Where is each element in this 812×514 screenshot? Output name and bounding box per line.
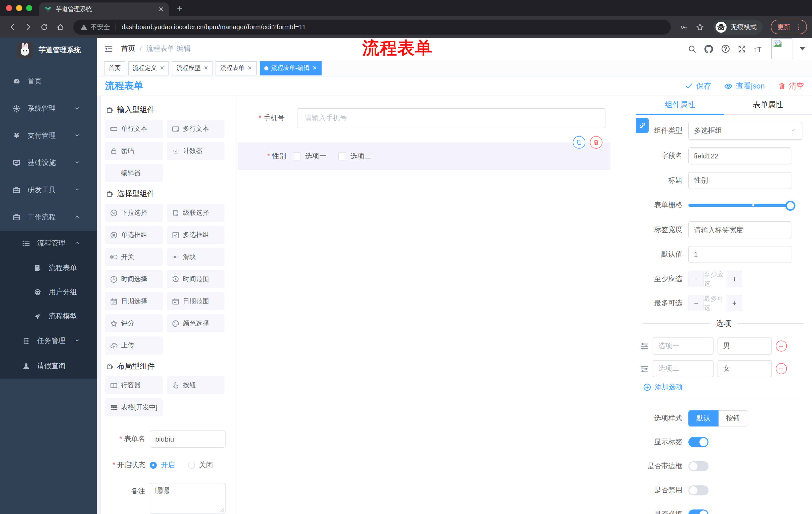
slider-handle[interactable] [785, 201, 795, 211]
minimize-window-button[interactable] [16, 5, 22, 11]
sidebar-item-2[interactable]: 系统管理 [0, 95, 97, 122]
palette-item-行容器[interactable]: 行容器 [105, 376, 163, 394]
font-size-icon[interactable]: TT [754, 45, 764, 53]
palette-item-评分[interactable]: 评分 [105, 314, 163, 332]
sidebar-item-11[interactable]: 任务管理 [0, 328, 97, 354]
sidebar-item-4[interactable]: 基础设施 [0, 150, 97, 177]
password-key-icon[interactable] [680, 23, 688, 31]
help-icon[interactable] [721, 44, 730, 53]
field-name-input[interactable] [688, 147, 791, 164]
max-checked-input[interactable]: 最多可选 [703, 295, 727, 311]
remove-option-button[interactable] [776, 341, 787, 352]
palette-item-下拉选择[interactable]: 下拉选择 [105, 204, 163, 222]
tag-首页[interactable]: 首页 [104, 61, 125, 75]
palette-item-日期范围[interactable]: 日期范围 [167, 292, 225, 310]
drag-handle-icon[interactable] [640, 342, 649, 350]
browser-tab[interactable]: 芋道管理系统 ✕ [39, 2, 169, 16]
tab-form-props[interactable]: 表单属性 [724, 96, 812, 115]
palette-item-开关[interactable]: 开关 [105, 248, 163, 266]
title-input[interactable] [688, 172, 791, 189]
tag-流程表单[interactable]: 流程表单✕ [216, 61, 257, 75]
update-button[interactable]: 更新 [771, 20, 807, 34]
search-icon[interactable] [688, 45, 696, 53]
palette-item-级联选择[interactable]: 级联选择 [167, 204, 225, 222]
window-controls[interactable] [0, 0, 39, 16]
palette-item-时间范围[interactable]: 时间范围 [167, 270, 225, 288]
tag-close-icon[interactable]: ✕ [203, 65, 208, 72]
hamburger-icon[interactable] [104, 44, 113, 53]
status-off-label[interactable]: 关闭 [199, 461, 213, 470]
new-tab-button[interactable]: + [177, 3, 182, 16]
palette-item-计数器[interactable]: 123计数器 [167, 142, 225, 160]
option-value-input[interactable] [718, 360, 772, 377]
drag-handle-icon[interactable] [640, 365, 649, 373]
tab-close-icon[interactable]: ✕ [158, 5, 164, 13]
sidebar-item-6[interactable]: 工作流程 [0, 204, 97, 231]
forward-icon[interactable] [21, 20, 35, 34]
avatar[interactable] [771, 38, 792, 59]
phone-field-row[interactable]: 手机号 请输入手机号 [237, 108, 636, 128]
option-label-input[interactable] [653, 360, 714, 377]
plus-button[interactable]: + [727, 295, 742, 311]
view-json-button[interactable]: 查看json [724, 81, 765, 91]
selected-gender-component[interactable]: 性别 选项一选项二 [238, 142, 610, 170]
remove-option-button[interactable] [776, 363, 787, 374]
tag-流程模型[interactable]: 流程模型✕ [172, 61, 212, 75]
palette-item-滑块[interactable]: 滑块 [167, 248, 225, 266]
palette-item-时间选择[interactable]: 时间选择 [105, 270, 163, 288]
reload-icon[interactable] [37, 20, 51, 34]
default-value-input[interactable] [688, 246, 791, 263]
min-checked-input[interactable]: 至少应选 [703, 271, 727, 287]
palette-item-密码[interactable]: 密码 [105, 142, 163, 160]
tab-component-props[interactable]: 组件属性 [636, 96, 724, 115]
palette-scrollbar[interactable] [97, 96, 101, 514]
delete-component-button[interactable] [590, 136, 603, 148]
checkbox[interactable] [293, 152, 301, 160]
tag-close-icon[interactable]: ✕ [248, 65, 252, 72]
avatar-caret-icon[interactable] [800, 47, 805, 51]
grid-slider[interactable] [688, 197, 791, 214]
status-on-label[interactable]: 开启 [161, 461, 175, 470]
plus-button[interactable]: + [727, 271, 742, 287]
palette-item-按钮[interactable]: 按钮 [167, 376, 225, 394]
sidebar-item-9[interactable]: 用户分组 [0, 280, 97, 304]
palette-item-表格[开发中][interactable]: 表格[开发中] [105, 398, 163, 416]
sidebar-item-5[interactable]: 研发工具 [0, 177, 97, 204]
save-button[interactable]: 保存 [685, 81, 711, 91]
maximize-window-button[interactable] [26, 5, 32, 11]
data-bind-link-button[interactable] [636, 118, 649, 133]
palette-item-单选框组[interactable]: 单选框组 [105, 226, 163, 244]
breadcrumb-home[interactable]: 首页 [121, 44, 135, 53]
bookmark-star-icon[interactable] [696, 23, 704, 31]
tag-流程表单-编辑[interactable]: 流程表单-编辑✕ [260, 61, 321, 75]
copy-component-button[interactable] [573, 136, 585, 148]
url-bar[interactable]: 不安全 dashboard.yudao.iocoder.cn/bpm/manag… [74, 19, 671, 34]
home-icon[interactable] [53, 20, 67, 34]
toggle-是否必填[interactable] [688, 510, 708, 514]
toggle-是否禁用[interactable] [688, 485, 708, 495]
close-window-button[interactable] [6, 5, 12, 11]
minus-button[interactable]: − [689, 271, 703, 287]
back-icon[interactable] [5, 20, 19, 34]
toggle-是否带边框[interactable] [688, 461, 708, 471]
palette-item-颜色选择[interactable]: 颜色选择 [167, 314, 225, 332]
fullscreen-icon[interactable] [737, 45, 746, 53]
toggle-显示标签[interactable] [688, 437, 708, 447]
palette-item-多选框组[interactable]: 多选框组 [167, 226, 225, 244]
minus-button[interactable]: − [689, 295, 703, 311]
gender-option-选项二[interactable]: 选项二 [339, 152, 372, 161]
browser-menu-icon[interactable] [795, 23, 802, 30]
label-width-input[interactable] [688, 221, 791, 238]
status-on-radio[interactable] [150, 462, 157, 469]
checkbox[interactable] [339, 152, 346, 160]
gender-option-选项一[interactable]: 选项一 [293, 152, 326, 161]
palette-item-上传[interactable]: 上传 [105, 336, 163, 355]
sidebar-item-7[interactable]: 流程管理 [0, 231, 97, 256]
phone-input[interactable]: 请输入手机号 [297, 108, 606, 128]
sidebar-item-12[interactable]: 请假查询 [0, 354, 97, 379]
palette-item-多行文本[interactable]: 多行文本 [167, 120, 225, 138]
form-name-input[interactable] [150, 431, 226, 448]
remark-textarea[interactable]: 嘿嘿 [150, 483, 226, 514]
github-icon[interactable] [704, 44, 714, 54]
option-label-input[interactable] [653, 337, 714, 355]
